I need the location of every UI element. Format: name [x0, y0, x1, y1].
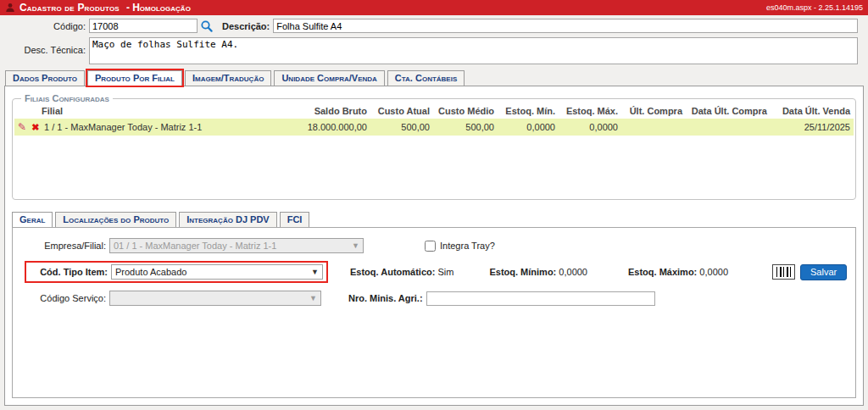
- empresa-filial-value: 01 / 1 - MaxManager Today - Matriz 1-1: [114, 241, 276, 251]
- estoq-maximo-label: Estoq. Máximo:: [628, 267, 697, 277]
- codigo-input[interactable]: [89, 19, 198, 33]
- descricao-label: Descrição:: [222, 21, 270, 31]
- cell-estoq-max: 0,0000: [559, 119, 621, 136]
- cell-data-ult-compra: [686, 119, 771, 136]
- desc-tecnica-textarea[interactable]: Maço de folhas Sulfite A4.: [89, 37, 858, 64]
- app-person-icon: [5, 3, 15, 13]
- estoq-automatico-label: Estoq. Automático:: [350, 267, 435, 277]
- col-estoq-min: Estoq. Mín.: [498, 103, 559, 119]
- empresa-filial-label: Empresa/Filial:: [13, 241, 106, 251]
- cell-saldo-bruto: 18.000.000,00: [281, 119, 370, 136]
- sub-tabstrip: Geral Localizações do Produto Integração…: [12, 212, 863, 227]
- col-data-ult-venda: Data Últ. Venda: [771, 103, 854, 119]
- cod-tipo-item-annotation: Cód. Tipo Item: Produto Acabado ▼: [25, 261, 328, 283]
- col-custo-atual: Custo Atual: [370, 103, 433, 119]
- nro-minis-agri-label: Nro. Minis. Agri.:: [348, 293, 423, 303]
- codigo-label: Código:: [5, 21, 86, 31]
- delete-row-icon[interactable]: ✖: [31, 122, 39, 132]
- estoq-minimo-value: 0,0000: [559, 267, 587, 277]
- estoq-maximo-value: 0,0000: [699, 267, 728, 277]
- search-icon[interactable]: [200, 19, 214, 33]
- tab-produto-por-filial[interactable]: Produto Por Filial: [87, 70, 182, 86]
- cod-tipo-item-label: Cód. Tipo Item:: [30, 267, 108, 277]
- tab-cta-contabeis[interactable]: Cta. Contábeis: [387, 70, 465, 86]
- cell-filial: 1 / 1 - MaxManager Today - Matriz 1-1: [44, 122, 202, 132]
- subtab-geral[interactable]: Geral: [12, 212, 53, 227]
- filiais-table: Filial Saldo Bruto Custo Atual Custo Méd…: [14, 103, 854, 136]
- salvar-button[interactable]: Salvar: [800, 264, 847, 280]
- col-custo-medio: Custo Médio: [433, 103, 498, 119]
- col-filial: Filial: [14, 103, 281, 119]
- col-ult-compra: Últ. Compra: [621, 103, 686, 119]
- main-tabstrip: Dados Produto Produto Por Filial Imagem/…: [5, 70, 868, 86]
- cod-tipo-item-value: Produto Acabado: [115, 267, 186, 277]
- col-estoq-max: Estoq. Máx.: [559, 103, 621, 119]
- filiais-header-row: Filial Saldo Bruto Custo Atual Custo Méd…: [14, 103, 854, 119]
- geral-panel: Empresa/Filial: 01 / 1 - MaxManager Toda…: [12, 227, 856, 398]
- tab-imagem-traducao[interactable]: Imagem/Tradução: [185, 70, 271, 86]
- page-title: Cadastro de Produtos: [19, 2, 120, 14]
- edit-row-icon[interactable]: ✎: [18, 121, 26, 133]
- subtab-fci[interactable]: FCI: [280, 212, 310, 227]
- codigo-servico-label: Código Serviço:: [13, 293, 106, 303]
- col-data-ult-compra: Data Últ. Compra: [686, 103, 771, 119]
- cod-tipo-item-select[interactable]: Produto Acabado ▼: [111, 264, 323, 280]
- integra-tray-checkbox[interactable]: [425, 241, 436, 252]
- cell-data-ult-venda: 25/11/2025: [771, 119, 854, 136]
- cell-custo-medio: 500,00: [433, 119, 498, 136]
- estoq-automatico-value: Sim: [438, 267, 454, 277]
- cell-custo-atual: 500,00: [370, 119, 433, 136]
- chevron-down-icon: ▼: [309, 294, 317, 302]
- product-header-form: Código: Descrição: Desc. Técnica: Maço d…: [0, 15, 868, 70]
- filiais-configuradas-fieldset: Filiais Configuradas Filial Saldo Bruto …: [12, 93, 856, 200]
- desc-tecnica-label: Desc. Técnica:: [5, 45, 86, 55]
- chevron-down-icon: ▼: [311, 268, 319, 276]
- col-saldo-bruto: Saldo Bruto: [281, 103, 370, 119]
- chevron-down-icon: ▼: [352, 241, 359, 250]
- produto-por-filial-panel: Filiais Configuradas Filial Saldo Bruto …: [4, 86, 864, 406]
- subtab-integracao-dj-pdv[interactable]: Integração DJ PDV: [179, 212, 276, 227]
- subtab-localizacoes[interactable]: Localizações do Produto: [55, 212, 176, 227]
- cell-ult-compra: [621, 119, 686, 136]
- empresa-filial-select: 01 / 1 - MaxManager Today - Matriz 1-1 ▼: [109, 238, 364, 253]
- title-bar: Cadastro de Produtos - Homologação es040…: [0, 0, 868, 15]
- integra-tray-label: Integra Tray?: [440, 241, 495, 251]
- tab-unidade-compra-venda[interactable]: Unidade Compra/Venda: [274, 70, 384, 86]
- filial-table-row[interactable]: ✎ ✖ 1 / 1 - MaxManager Today - Matriz 1-…: [14, 119, 854, 136]
- descricao-input[interactable]: [273, 19, 858, 33]
- estoq-minimo-label: Estoq. Mínimo:: [489, 267, 556, 277]
- tab-dados-produto[interactable]: Dados Produto: [5, 70, 85, 86]
- barcode-icon[interactable]: [772, 264, 795, 280]
- filiais-configuradas-legend: Filiais Configuradas: [21, 93, 113, 103]
- nro-minis-agri-input[interactable]: [426, 291, 655, 306]
- environment-label: - Homologação: [126, 2, 191, 14]
- version-label: es040m.aspx - 2.25.1.14195: [766, 3, 863, 12]
- cell-estoq-min: 0,0000: [498, 119, 559, 136]
- codigo-servico-select: ▼: [109, 291, 321, 306]
